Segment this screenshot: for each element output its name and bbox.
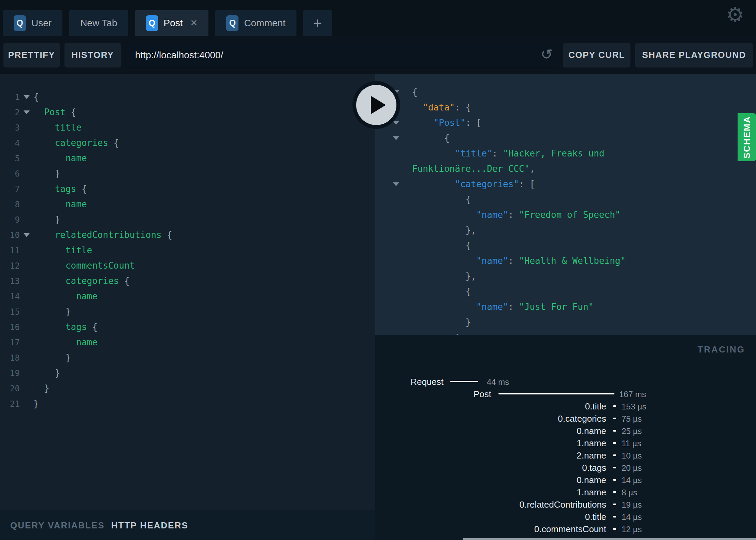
tracing-duration-time: 8 µs — [622, 488, 637, 497]
tracing-resolver-label: 0.name — [577, 475, 606, 485]
code-text: "name": "Just For Fun" — [412, 299, 594, 315]
editor-line[interactable]: 21} — [0, 396, 375, 411]
close-tab-icon[interactable]: ✕ — [190, 18, 198, 28]
editor-line[interactable]: 2 Post { — [0, 105, 375, 120]
tracing-duration-bar — [498, 393, 614, 394]
tracing-duration-time: 10 µs — [622, 451, 642, 461]
settings-gear-icon[interactable]: ⚙ — [726, 5, 744, 25]
editor-line[interactable]: 14 name — [0, 289, 375, 304]
code-text: { — [412, 284, 471, 299]
fold-arrow-icon[interactable] — [20, 95, 33, 99]
tab-bar: QUserNew TabQPost✕QComment+ ⚙ — [0, 0, 756, 36]
line-number: 12 — [0, 261, 20, 271]
editor-line[interactable]: 13 categories { — [0, 273, 375, 289]
line-number: 10 — [0, 230, 20, 240]
tracing-resolver-label: 1.name — [577, 438, 606, 449]
collapse-arrow-icon[interactable] — [375, 182, 412, 186]
line-number: 1 — [0, 92, 20, 102]
response-line: "data": { — [375, 100, 756, 115]
line-number: 18 — [0, 353, 20, 363]
code-text: name — [33, 151, 87, 166]
editor-line[interactable]: 18 } — [0, 350, 375, 365]
editor-line[interactable]: 4 categories { — [0, 135, 375, 151]
http-headers-tab[interactable]: HTTP HEADERS — [111, 520, 188, 531]
editor-line[interactable]: 5 name — [0, 151, 375, 166]
editor-line[interactable]: 10 relatedContributions { — [0, 227, 375, 243]
tab-user[interactable]: QUser — [3, 10, 62, 36]
reload-schema-icon[interactable]: ↺ — [541, 47, 553, 62]
response-line: "name": "Just For Fun" — [375, 299, 756, 315]
code-text: } — [33, 381, 49, 396]
line-number: 5 — [0, 154, 20, 163]
line-number: 4 — [0, 138, 20, 148]
editor-line[interactable]: 19 } — [0, 365, 375, 381]
share-playground-button[interactable]: SHARE PLAYGROUND — [635, 43, 753, 68]
line-number: 9 — [0, 215, 20, 225]
endpoint-url-input[interactable] — [126, 50, 538, 61]
editor-line[interactable]: 8 name — [0, 197, 375, 212]
copy-curl-button[interactable]: COPY CURL — [563, 43, 630, 68]
editor-line[interactable]: 20 } — [0, 381, 375, 396]
response-pane: { "data": { "Post": [ { "title": "Hacker… — [375, 74, 756, 335]
execute-query-button[interactable] — [352, 81, 400, 129]
fold-arrow-icon[interactable] — [20, 233, 33, 237]
code-text: } — [33, 166, 60, 181]
editor-line[interactable]: 12 commentsCount — [0, 258, 375, 273]
editor-line[interactable]: 15 } — [0, 304, 375, 319]
code-text: title — [33, 243, 92, 258]
code-text: "data": { — [412, 100, 471, 115]
editor-bottom-bar: QUERY VARIABLES HTTP HEADERS — [0, 510, 375, 540]
tracing-duration-time: 12 µs — [622, 525, 642, 534]
query-editor-pane[interactable]: 1{2 Post {3 title4 categories {5 name6 }… — [0, 74, 375, 510]
tab-new-tab[interactable]: New Tab — [69, 10, 128, 36]
tracing-duration-bar — [613, 491, 616, 493]
code-text: categories { — [33, 273, 130, 289]
new-tab-button[interactable]: + — [303, 10, 332, 36]
response-rows: { "data": { "Post": [ { "title": "Hacker… — [375, 85, 756, 335]
code-text: }, — [412, 223, 476, 238]
graphql-playground-window: { "icons": { "gear": "⚙", "refresh": "↺"… — [0, 0, 756, 540]
tracing-resolver-label: 0.categories — [558, 414, 606, 424]
code-text: "title": "Hacker, Freaks und — [412, 146, 605, 161]
fold-arrow-icon[interactable] — [20, 110, 33, 114]
editor-line[interactable]: 16 tags { — [0, 319, 375, 335]
tracing-duration-bar — [613, 528, 616, 530]
tab-post[interactable]: QPost✕ — [135, 10, 209, 36]
tracing-duration-bar — [613, 479, 616, 481]
history-button[interactable]: HISTORY — [64, 43, 121, 68]
editor-line[interactable]: 1{ — [0, 89, 375, 105]
tracing-duration-bar — [613, 454, 616, 456]
tracing-duration-time: 25 µs — [622, 426, 642, 436]
tracing-duration-time: 153 µs — [622, 402, 646, 411]
line-number: 15 — [0, 307, 20, 317]
collapse-arrow-icon[interactable] — [375, 136, 412, 140]
line-number: 11 — [0, 246, 20, 255]
code-text: relatedContributions { — [33, 227, 172, 243]
code-text: commentsCount — [33, 258, 135, 273]
tab-comment[interactable]: QComment — [215, 10, 296, 36]
prettify-button[interactable]: PRETTIFY — [3, 43, 60, 68]
schema-side-tab[interactable]: SCHEMA — [738, 113, 756, 161]
editor-line[interactable]: 17 name — [0, 335, 375, 350]
query-type-badge: Q — [14, 15, 26, 31]
response-line: "title": "Hacker, Freaks und — [375, 146, 756, 161]
tracing-horizontal-scrollbar[interactable] — [463, 538, 756, 540]
tracing-resolver-label: 0.title — [585, 512, 606, 522]
tracing-duration-time: 14 µs — [622, 476, 642, 485]
endpoint-url-bar: ↺ — [126, 43, 558, 68]
tracing-duration-time: 19 µs — [622, 500, 642, 510]
tracing-resolver-label: Post — [474, 389, 491, 400]
code-text: tags { — [33, 181, 87, 197]
query-variables-tab[interactable]: QUERY VARIABLES — [10, 520, 105, 531]
tab-label: User — [31, 18, 52, 29]
tracing-duration-bar — [613, 516, 616, 518]
editor-line[interactable]: 11 title — [0, 243, 375, 258]
editor-line[interactable]: 9 } — [0, 212, 375, 227]
editor-line[interactable]: 6 } — [0, 166, 375, 181]
tracing-duration-bar — [613, 442, 616, 444]
editor-line[interactable]: 7 tags { — [0, 181, 375, 197]
tracing-duration-bar — [450, 381, 478, 382]
response-line: "name": "Freedom of Speech" — [375, 207, 756, 223]
editor-line[interactable]: 3 title — [0, 120, 375, 135]
code-text: Funktionäre...Der CCC", — [412, 161, 535, 177]
